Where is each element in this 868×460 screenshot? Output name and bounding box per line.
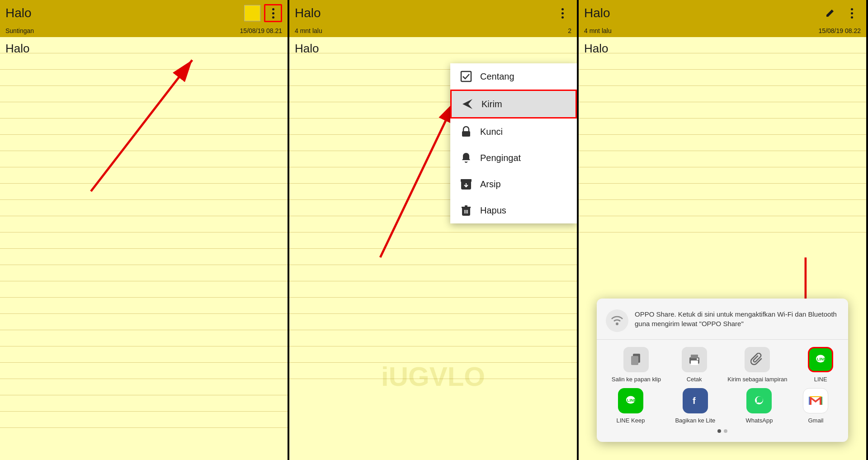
menu-label-kirim: Kirim (481, 99, 502, 109)
panel3-menu-button[interactable] (843, 4, 861, 22)
panel2-sub-left: 4 mnt lalu (295, 27, 322, 34)
menu-label-pengingat: Pengingat (480, 153, 521, 163)
archive-icon (459, 177, 473, 191)
panel1-title: Halo (5, 6, 244, 20)
panel2-header: Halo (289, 0, 577, 26)
menu-item-pengingat[interactable]: Pengingat (450, 145, 577, 171)
panel2-sub-right: 2 (568, 27, 571, 34)
panel3-note-text: Halo (584, 42, 608, 56)
share-app-label-attachment: Kirim sebagai lampiran (727, 376, 787, 383)
menu-label-hapus: Hapus (480, 205, 506, 216)
checkbox-icon (459, 70, 473, 83)
svg-text:LINE: LINE (627, 398, 637, 403)
share-app-line[interactable]: LINE LINE (808, 347, 833, 383)
share-app-label-copy: Salin ke papan klip (612, 376, 661, 383)
panel3-sub-right: 15/08/19 08.22 (819, 27, 861, 34)
panel2-subheader: 4 mnt lalu 2 (289, 26, 577, 37)
three-dots-icon (272, 8, 274, 19)
svg-rect-19 (691, 355, 698, 358)
share-app-label-line-keep: LINE Keep (617, 417, 645, 424)
panel2-menu-button[interactable] (553, 4, 571, 22)
share-app-whatsapp[interactable]: WhatsApp (745, 388, 773, 424)
menu-item-kirim[interactable]: Kirim (450, 90, 577, 119)
share-app-facebook-lite[interactable]: f Bagikan ke Lite (675, 388, 715, 424)
svg-text:LINE: LINE (817, 357, 826, 361)
panel3-note-body: Halo OPPO Share. Ketuk di sini untuk men… (579, 37, 866, 460)
send-icon (461, 97, 474, 111)
print-icon (682, 347, 707, 372)
attachment-icon (745, 347, 770, 372)
svg-point-14 (616, 322, 618, 325)
share-app-label-print: Cetak (687, 376, 702, 383)
share-app-label-facebook: Bagikan ke Lite (675, 417, 715, 424)
share-app-label-line: LINE (814, 376, 827, 383)
facebook-icon: f (683, 388, 708, 413)
panel-2: Halo 4 mnt lalu 2 Halo iUGVLO (289, 0, 579, 460)
svg-rect-7 (462, 207, 471, 208)
share-sheet: OPPO Share. Ketuk di sini untuk mengakti… (597, 299, 848, 442)
share-app-copy[interactable]: Salin ke papan klip (612, 347, 661, 383)
menu-item-hapus[interactable]: Hapus (450, 197, 577, 223)
oppo-share-icon (606, 309, 628, 332)
line-keep-icon: LINE (618, 388, 643, 413)
three-dots-icon-3 (851, 8, 853, 19)
panel3-title: Halo (584, 6, 821, 20)
trash-icon (459, 204, 473, 217)
menu-item-arsip[interactable]: Arsip (450, 171, 577, 197)
panel2-title: Halo (295, 6, 553, 20)
menu-item-centang[interactable]: Centang (450, 63, 577, 90)
svg-rect-18 (691, 360, 698, 365)
pencil-icon (825, 8, 835, 18)
panel1-sub-left: Suntingan (5, 27, 34, 34)
gmail-icon (803, 388, 828, 413)
panel1-header: Halo (0, 0, 288, 26)
three-dots-icon-2 (561, 8, 564, 19)
panel3-subheader: 4 mnt lalu 15/08/19 08.22 (579, 26, 866, 37)
share-app-label-whatsapp: WhatsApp (745, 417, 773, 424)
share-dot-1 (717, 429, 721, 433)
panel1-note-text: Halo (5, 42, 29, 56)
share-oppo-row[interactable]: OPPO Share. Ketuk di sini untuk mengakti… (597, 306, 848, 340)
panel1-note-body[interactable]: Halo (0, 37, 288, 460)
panel3-edit-button[interactable] (821, 4, 839, 22)
svg-text:f: f (693, 396, 696, 406)
share-dot-2 (724, 429, 727, 433)
panel2-note-body: Halo iUGVLO Centang (289, 37, 577, 460)
share-apps-row1: Salin ke papan klip Cetak (597, 340, 848, 386)
svg-rect-5 (461, 179, 472, 182)
panel1-note-lines (0, 37, 288, 460)
share-dots (597, 427, 848, 433)
panel1-color-dot[interactable] (244, 5, 260, 21)
whatsapp-icon (746, 388, 772, 413)
svg-rect-8 (465, 205, 467, 207)
panel1-menu-button[interactable] (264, 4, 282, 22)
share-app-line-keep[interactable]: LINE LINE Keep (617, 388, 645, 424)
menu-item-kunci[interactable]: Kunci (450, 119, 577, 145)
dropdown-menu: Centang Kirim Kunci (450, 63, 577, 223)
share-app-gmail[interactable]: Gmail (803, 388, 828, 424)
svg-rect-4 (462, 131, 470, 137)
share-app-attachment[interactable]: Kirim sebagai lampiran (727, 347, 787, 383)
menu-label-centang: Centang (480, 71, 514, 82)
bell-icon (459, 151, 473, 165)
panel2-note-text: Halo (295, 42, 319, 56)
svg-rect-2 (461, 71, 471, 81)
share-app-print[interactable]: Cetak (682, 347, 707, 383)
svg-point-20 (697, 358, 698, 360)
copy-icon (623, 347, 649, 372)
svg-rect-16 (631, 356, 638, 365)
panel-1: Halo Suntingan 15/08/19 08.21 Halo (0, 0, 289, 460)
panel3-header: Halo (579, 0, 866, 26)
menu-label-arsip: Arsip (480, 179, 501, 190)
svg-marker-3 (462, 99, 472, 109)
panel1-sub-right: 15/08/19 08.21 (240, 27, 282, 34)
panel1-subheader: Suntingan 15/08/19 08.21 (0, 26, 288, 37)
panel3-sub-left: 4 mnt lalu (584, 27, 612, 34)
share-apps-row2: LINE LINE Keep f Bagikan ke Lite (597, 386, 848, 427)
menu-label-kunci: Kunci (480, 127, 503, 137)
lock-icon (459, 125, 473, 138)
panel-3: Halo 4 mnt lalu 15/08/19 08.22 Halo (579, 0, 868, 460)
line-icon: LINE (808, 347, 833, 372)
share-oppo-text: OPPO Share. Ketuk di sini untuk mengakti… (635, 309, 839, 328)
share-app-label-gmail: Gmail (808, 417, 823, 424)
